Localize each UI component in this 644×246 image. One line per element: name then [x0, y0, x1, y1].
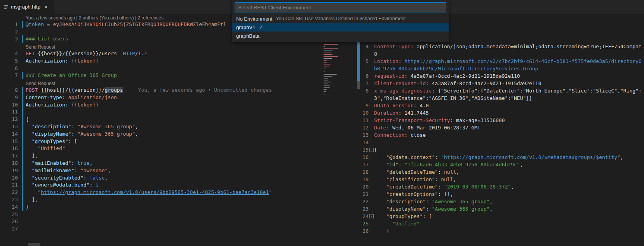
code-line[interactable]: 18 "deletedDateTime": null,	[322, 168, 644, 176]
code-line[interactable]: 17 "id": "1faa6ad6-4b33-4eb8-9756-80bae4…	[322, 161, 644, 168]
response-editor-lines: 4Content-Type: application/json;odata.me…	[322, 43, 644, 235]
code-line[interactable]: 27	[0, 225, 322, 233]
codelens-row[interactable]: Send Request	[0, 79, 322, 87]
code-line[interactable]: 12Date: Wed, 06 Mar 2019 06:28:37 GMT	[322, 124, 644, 131]
code-line[interactable]: 24}	[0, 204, 322, 211]
code-line[interactable]: 19 "classification": null,	[322, 176, 644, 183]
code-line[interactable]: 13Connection: close	[322, 131, 644, 139]
code-line[interactable]: 26	[0, 218, 322, 225]
http-file-icon	[4, 5, 8, 9]
code-line[interactable]: 25 "Unified"	[322, 220, 644, 227]
quickpick-item-graphv1[interactable]: graphV1 ✓	[232, 23, 449, 31]
code-line[interactable]: 5Authorization: {{token}}	[0, 58, 322, 65]
item-label: graphV1	[236, 24, 255, 30]
line-number: 7	[0, 72, 18, 79]
code-text: }	[26, 204, 29, 211]
code-line[interactable]: 12{	[0, 116, 322, 123]
gutter-modified-indicator	[22, 167, 23, 174]
codelens-row[interactable]: Send Request	[0, 43, 322, 50]
code-line[interactable]: 7### Create an Office 365 Group	[0, 72, 322, 79]
code-line[interactable]: 14	[322, 139, 644, 146]
code-text: ]	[374, 227, 389, 235]
code-line[interactable]: 13 "description": "Awesome 365 group",	[0, 123, 322, 131]
gutter-modified-indicator	[22, 204, 23, 211]
line-number: 15	[0, 138, 18, 145]
check-icon: ✓	[259, 24, 263, 30]
quickpick-item-graphbeta[interactable]: graphBeta	[232, 31, 449, 40]
line-number: 26	[322, 227, 369, 235]
line-number: 21	[0, 181, 18, 189]
close-icon[interactable]: ×	[44, 4, 48, 10]
line-number: 22	[322, 198, 369, 205]
code-line[interactable]: 11Strict-Transport-Security: max-age=315…	[322, 117, 644, 124]
code-line[interactable]: 9Content-type: application/json	[0, 94, 322, 101]
gutter-modified-indicator	[22, 87, 23, 94]
code-line[interactable]: 16 "@odata.context": "https://graph.micr…	[322, 154, 644, 161]
code-line[interactable]: 8POST {{host}}/{{version}}/groups You, a…	[0, 87, 322, 94]
line-number: 23	[0, 196, 18, 204]
code-line[interactable]: 20 "securityEnabled": false,	[0, 174, 322, 182]
code-line[interactable]: 6	[0, 65, 322, 72]
code-text: Connection: close	[374, 131, 426, 139]
code-line[interactable]: 4Content-Type: application/json;odata.me…	[322, 43, 644, 50]
code-line[interactable]: 4GET {{host}}/{{version}}/users HTTP/1.1	[0, 50, 322, 58]
code-text: x-ms-ags-diagnostic: {"ServerInfo":{"Dat…	[374, 87, 642, 94]
line-number: 12	[322, 124, 369, 131]
code-line[interactable]: 22 "https://graph.microsoft.com/v1.0/use…	[0, 189, 322, 196]
code-line[interactable]: 21 "owners@odata.bind": [	[0, 181, 322, 189]
gutter-modified-indicator	[22, 21, 23, 28]
environment-search-input[interactable]	[235, 2, 446, 12]
code-line[interactable]: 23 ],	[0, 196, 322, 204]
code-text: Authorization: {{token}}	[26, 58, 99, 65]
code-line[interactable]: 19 "mailNickname": "awesome",	[0, 167, 322, 174]
code-text: "@odata.context": "https://graph.microso…	[374, 154, 623, 161]
code-line[interactable]: 26 ]	[322, 227, 644, 235]
code-line[interactable]: 5Location: https://graph.microsoft.com/v…	[322, 58, 644, 65]
code-line[interactable]: 8	[322, 50, 644, 58]
fold-icon[interactable]: −	[369, 148, 374, 152]
code-text: "Unified"	[26, 145, 65, 152]
line-number: 13	[322, 131, 369, 139]
code-line[interactable]: 15−{	[322, 146, 644, 154]
response-editor[interactable]: 4Content-Type: application/json;odata.me…	[322, 14, 644, 246]
line-number: 18	[322, 168, 369, 176]
code-line[interactable]: 20 "createdDateTime": "2019-03-06T06:28:…	[322, 183, 644, 190]
code-line[interactable]: 7client-request-id: 4a3a87af-8ccd-4ac2-9…	[322, 80, 644, 87]
code-line[interactable]: 17 ],	[0, 152, 322, 160]
code-text: Content-Type: application/json;odata.met…	[374, 43, 642, 50]
code-text: Authorization: {{token}}	[26, 101, 99, 109]
tab-msgraph-http[interactable]: msgraph.http ×	[0, 0, 54, 14]
horizontal-scrollbar[interactable]	[28, 243, 40, 246]
code-line[interactable]: 10Authorization: {{token}}	[0, 101, 322, 109]
code-line[interactable]: 23 "displayName": "Awesome 365 group",	[322, 205, 644, 213]
code-line[interactable]: b8-9756-80bae4d6b29c/Microsoft.Directory…	[322, 65, 644, 72]
code-line[interactable]: 16 "Unified"	[0, 145, 322, 152]
quickpick-item-no-environment[interactable]: No Environment You Can Still Use Variabl…	[232, 14, 449, 23]
code-line[interactable]: 22 "description": "Awesome 365 group",	[322, 198, 644, 205]
code-text: "mailEnabled": true,	[26, 160, 92, 167]
code-line[interactable]: 18 "mailEnabled": true,	[0, 160, 322, 167]
code-line[interactable]: 21 "creationOptions": [],	[322, 190, 644, 198]
line-number: 19	[0, 167, 18, 174]
code-line[interactable]: 3","RoleInstance":"AGSFE_IN_36","ADSiteN…	[322, 94, 644, 102]
fold-icon[interactable]: −	[369, 214, 374, 218]
line-number: 12	[0, 116, 18, 123]
line-number: 11	[0, 108, 18, 116]
line-number: 17	[322, 161, 369, 168]
code-line[interactable]: 6request-id: 4a3a87af-8ccd-4ac2-9d21-191…	[322, 72, 644, 80]
code-line[interactable]: 14 "displayName": "Awesome 365 group",	[0, 131, 322, 138]
code-line[interactable]: 8x-ms-ags-diagnostic: {"ServerInfo":{"Da…	[322, 87, 644, 94]
code-line[interactable]: 9OData-Version: 4.0	[322, 102, 644, 109]
code-line[interactable]: 11	[0, 108, 322, 116]
code-text: b8-9756-80bae4d6b29c/Microsoft.Directory…	[374, 65, 538, 72]
request-editor[interactable]: You, a few seconds ago | 2 authors (You …	[0, 14, 322, 246]
line-number: 10	[0, 101, 18, 109]
code-text: "https://graph.microsoft.com/v1.0/users/…	[26, 189, 272, 196]
code-line[interactable]: 10Duration: 141.7445	[322, 109, 644, 117]
code-line[interactable]: 25	[0, 211, 322, 218]
code-line[interactable]: 24− "groupTypes": [	[322, 213, 644, 220]
code-text: GET {{host}}/{{version}}/users HTTP/1.1	[26, 50, 147, 58]
gutter-modified-indicator	[22, 101, 23, 109]
code-line[interactable]: 15 "groupTypes": [	[0, 138, 322, 145]
code-text: "groupTypes": [	[374, 213, 432, 220]
